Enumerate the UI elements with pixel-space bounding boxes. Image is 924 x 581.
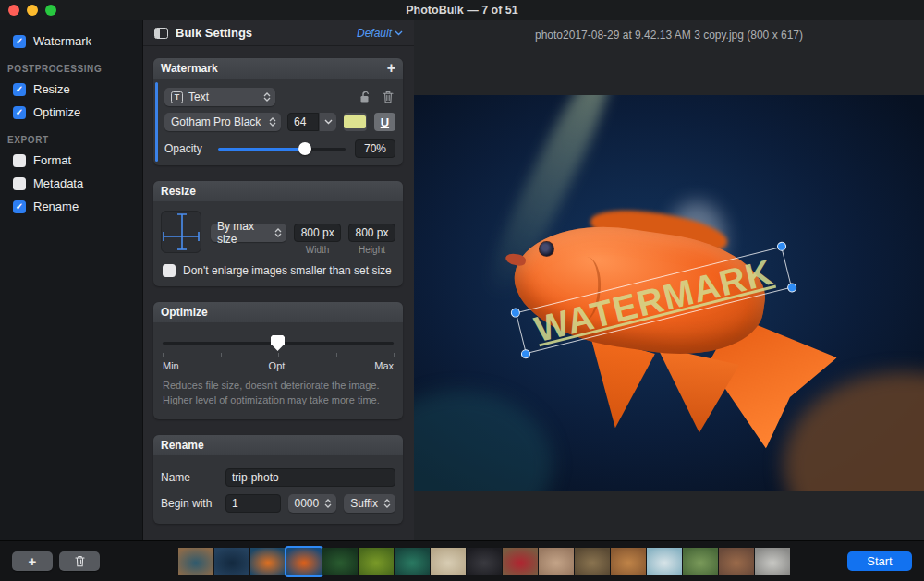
thumbnail-strip — [142, 548, 790, 575]
opacity-slider-knob[interactable] — [298, 142, 311, 155]
panel-title: Bulk Settings — [176, 26, 357, 40]
opacity-slider-fill — [218, 148, 305, 151]
width-caption: Width — [294, 245, 341, 255]
opacity-slider[interactable] — [218, 142, 346, 155]
sidebar-section-export: EXPORT — [0, 124, 142, 149]
rename-name-input[interactable] — [225, 468, 395, 487]
resize-mode-dropdown[interactable]: By max size — [211, 224, 286, 242]
metadata-checkbox[interactable] — [13, 177, 26, 190]
watermark-type-dropdown[interactable]: T Text — [164, 88, 275, 106]
thumbnail[interactable] — [214, 548, 249, 575]
font-dropdown[interactable]: Gotham Pro Black — [164, 113, 281, 131]
optimize-max-label: Max — [374, 360, 394, 371]
add-watermark-button[interactable]: + — [387, 61, 395, 76]
thumbnail[interactable] — [503, 548, 538, 575]
preview-panel: photo2017-08-29 at 9.42.13 AM 3 copy.jpg… — [414, 20, 924, 540]
bulk-settings-panel: Bulk Settings Default Watermark + — [143, 20, 414, 540]
resize-handle[interactable] — [786, 282, 797, 293]
stepper-icon — [269, 117, 276, 127]
optimize-description: Reduces file size, doesn't deteriorate t… — [163, 379, 394, 408]
chevron-down-icon — [324, 119, 333, 125]
sidebar-item-resize[interactable]: ✓ Resize — [0, 78, 142, 101]
optimize-slider[interactable] — [163, 335, 394, 350]
thumbnail[interactable] — [719, 548, 754, 575]
thumbnail[interactable] — [359, 548, 394, 575]
lock-open-icon[interactable] — [359, 91, 371, 103]
sidebar-item-label: Optimize — [33, 105, 80, 119]
trash-icon — [75, 555, 85, 567]
resize-height-input[interactable]: 800 px — [348, 224, 395, 242]
sidebar-item-watermark[interactable]: ✓ Watermark — [0, 30, 142, 53]
dont-enlarge-checkbox[interactable] — [163, 264, 176, 277]
resize-card: Resize By max size — [153, 181, 403, 286]
optimize-opt-label: Opt — [269, 360, 286, 371]
thumbnail[interactable] — [142, 548, 177, 575]
preset-dropdown[interactable]: Default — [357, 27, 403, 40]
sidebar-item-optimize[interactable]: ✓ Optimize — [0, 101, 142, 124]
thumbnail[interactable] — [467, 548, 502, 575]
optimize-slider-knob[interactable] — [271, 335, 285, 351]
rename-card-header: Rename — [153, 435, 403, 455]
font-size-dropdown-button[interactable] — [320, 113, 336, 131]
background-glow — [414, 391, 553, 491]
thumbnail[interactable] — [395, 548, 430, 575]
dont-enlarge-option[interactable]: Don't enlarge images smaller than set si… — [163, 264, 395, 277]
sidebar-item-label: Format — [33, 153, 71, 167]
trash-icon[interactable] — [383, 91, 394, 103]
stepper-icon — [383, 499, 391, 508]
text-type-icon: T — [171, 91, 183, 103]
thumbnail[interactable] — [575, 548, 610, 575]
sidebar-section-postprocessing: POSTPROCESSING — [0, 53, 142, 78]
sidebar-item-format[interactable]: Format — [0, 149, 142, 172]
optimize-slider-ticks — [163, 353, 394, 358]
suffix-dropdown[interactable]: Suffix — [344, 494, 395, 513]
thumbnail[interactable] — [250, 548, 286, 575]
sidebar-item-label: Resize — [33, 82, 70, 96]
thumbnail[interactable] — [611, 548, 646, 575]
resize-dimensions-icon — [161, 211, 201, 253]
resize-handle[interactable] — [776, 241, 787, 252]
optimize-min-label: Min — [163, 360, 179, 371]
thumbnail[interactable] — [431, 548, 466, 575]
thumbnail[interactable] — [755, 548, 790, 575]
underline-toggle-button[interactable]: U — [374, 113, 395, 131]
start-button[interactable]: Start — [847, 551, 912, 571]
add-images-button[interactable]: + — [12, 551, 53, 571]
thumbnail[interactable] — [322, 548, 358, 575]
resize-card-header: Resize — [153, 181, 403, 201]
resize-checkbox[interactable]: ✓ — [13, 83, 26, 96]
watermark-checkbox[interactable]: ✓ — [13, 35, 26, 48]
digits-dropdown[interactable]: 0000 — [288, 494, 337, 513]
format-checkbox[interactable] — [13, 154, 26, 167]
height-caption: Height — [348, 245, 395, 255]
optimize-card-header: Optimize — [153, 302, 403, 322]
resize-width-input[interactable]: 800 px — [294, 224, 341, 242]
sidebar-item-metadata[interactable]: Metadata — [0, 172, 142, 195]
thumbnail[interactable] — [683, 548, 718, 575]
thumbnail[interactable] — [178, 548, 213, 575]
stepper-icon — [263, 92, 271, 102]
optimize-checkbox[interactable]: ✓ — [13, 106, 26, 119]
sidebar-item-label: Watermark — [33, 34, 91, 48]
thumbnail[interactable] — [647, 548, 682, 575]
dont-enlarge-label: Don't enlarge images smaller than set si… — [183, 264, 392, 277]
title-bar: PhotoBulk — 7 of 51 — [0, 0, 924, 20]
rename-card: Rename Name Begin with 0000 — [153, 435, 403, 524]
resize-handle[interactable] — [510, 308, 521, 319]
photo-preview: WATERMARK — [414, 95, 924, 491]
selected-layer-accent — [155, 82, 158, 162]
optimize-card: Optimize Min Opt Max — [153, 302, 403, 419]
delete-images-button[interactable] — [59, 551, 100, 571]
thumbnail[interactable] — [286, 548, 322, 575]
rename-checkbox[interactable]: ✓ — [13, 200, 26, 213]
thumbnail[interactable] — [539, 548, 574, 575]
sidebar: ✓ Watermark POSTPROCESSING ✓ Resize ✓ Op… — [0, 20, 143, 540]
opacity-label: Opacity — [164, 142, 218, 155]
resize-handle[interactable] — [520, 348, 531, 359]
watermark-color-well[interactable] — [344, 113, 367, 131]
background-rocks — [784, 372, 924, 491]
font-size-input[interactable]: 64 — [287, 113, 319, 131]
begin-with-input[interactable] — [225, 494, 281, 513]
opacity-value[interactable]: 70% — [355, 139, 395, 158]
sidebar-item-rename[interactable]: ✓ Rename — [0, 195, 142, 218]
